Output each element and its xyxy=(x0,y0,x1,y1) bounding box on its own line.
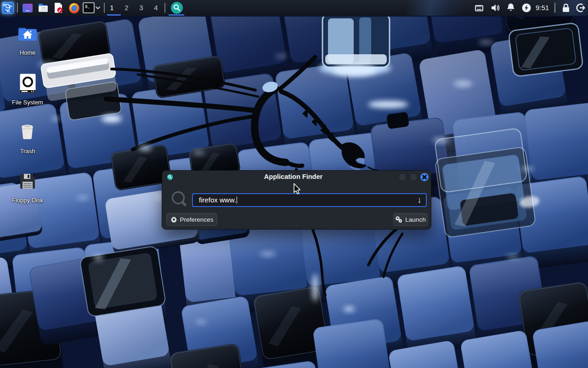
svg-text:$_: $_ xyxy=(85,5,90,9)
